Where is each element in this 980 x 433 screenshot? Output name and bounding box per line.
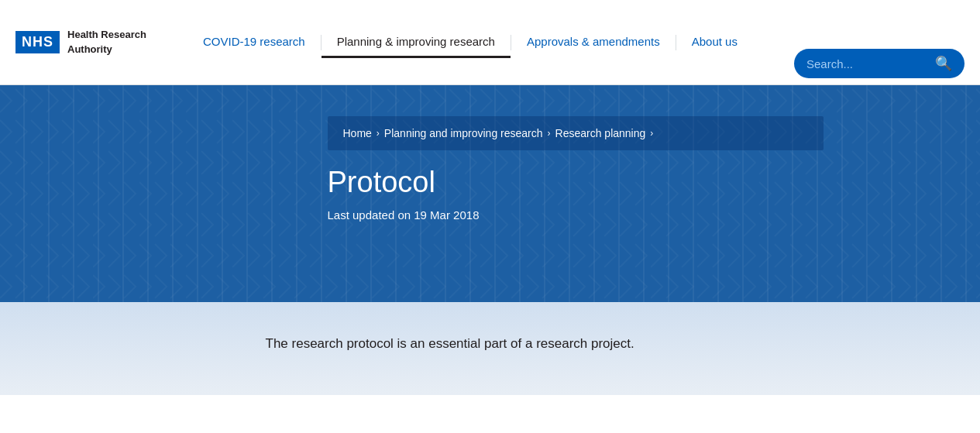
site-header: NHS Health Research Authority COVID-19 r… [0,0,980,85]
search-icon[interactable]: 🔍 [935,55,952,72]
nav-planning[interactable]: Planning & improving research [322,27,511,58]
page-title: Protocol [328,166,824,199]
breadcrumb-sep-3: › [650,128,653,139]
nhs-logo: NHS [15,31,60,53]
intro-text: The research protocol is an essential pa… [266,333,777,354]
content-inner: The research protocol is an essential pa… [142,333,839,354]
nav-covid[interactable]: COVID-19 research [187,27,321,58]
org-name: Health Research Authority [67,28,146,56]
nav-about[interactable]: About us [676,27,753,58]
search-input[interactable] [806,57,929,70]
main-nav: COVID-19 research Planning & improving r… [146,27,794,58]
logo-area: NHS Health Research Authority [15,28,146,56]
nav-approvals[interactable]: Approvals & amendments [511,27,676,58]
breadcrumb-home[interactable]: Home [343,127,372,139]
hero-section: Home › Planning and improving research ›… [0,85,980,302]
search-bar[interactable]: 🔍 [794,49,965,78]
hero-content: Home › Planning and improving research ›… [142,116,839,222]
breadcrumb-sep-1: › [377,128,380,139]
content-section: The research protocol is an essential pa… [0,302,980,395]
breadcrumb-planning[interactable]: Planning and improving research [384,127,543,139]
breadcrumb-sep-2: › [548,128,551,139]
last-updated: Last updated on 19 Mar 2018 [328,208,824,222]
breadcrumb: Home › Planning and improving research ›… [328,116,824,150]
search-area: 🔍 [794,49,965,84]
breadcrumb-research-planning[interactable]: Research planning [555,127,646,139]
